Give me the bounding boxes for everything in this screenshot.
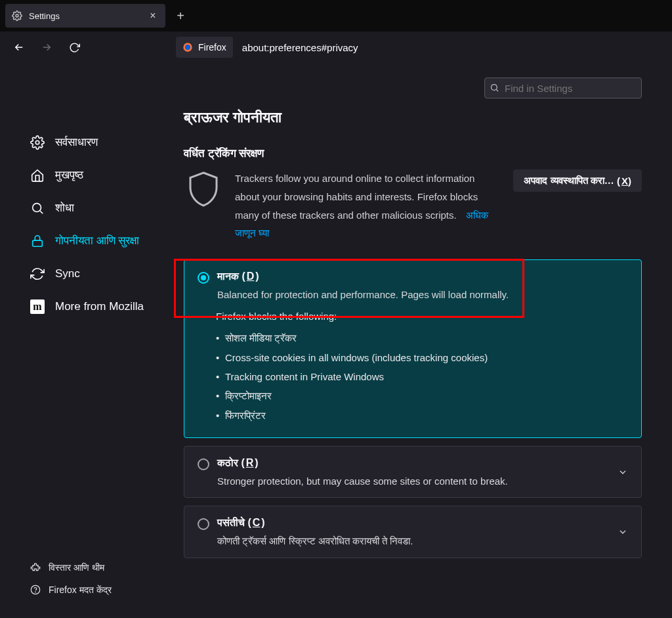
- nav-toolbar: Firefox about:preferences#privacy: [0, 32, 672, 63]
- category-label: सर्वसाधारण: [55, 136, 98, 149]
- protection-standard-panel: मानक (D) Balanced for protection and per…: [184, 259, 642, 438]
- close-tab-icon[interactable]: ×: [147, 10, 159, 22]
- preferences-content: सर्वसाधारण मुखपृष्ठ शोधा गोपनीयता आणि सु…: [0, 63, 672, 618]
- category-label: शोधा: [55, 202, 74, 215]
- svg-point-8: [35, 592, 36, 592]
- main-pane: ब्राऊजर गोपनीयता वर्धित ट्रॅकिंग संरक्षण…: [184, 63, 672, 618]
- category-label: मुखपृष्ठ: [55, 169, 83, 182]
- identity-chip[interactable]: Firefox: [176, 37, 233, 58]
- protection-standard-option[interactable]: मानक (D) Balanced for protection and per…: [184, 260, 641, 311]
- chevron-down-icon: [618, 527, 628, 537]
- firefox-icon: [182, 42, 193, 53]
- category-search[interactable]: शोधा: [30, 192, 184, 225]
- strict-title: कठोर (R): [217, 457, 610, 469]
- categories-sidebar: सर्वसाधारण मुखपृष्ठ शोधा गोपनीयता आणि सु…: [0, 63, 184, 618]
- support-label: Firefox मदत केंद्र: [49, 585, 112, 596]
- browser-tab[interactable]: Settings ×: [5, 4, 165, 28]
- chevron-down-icon: [618, 467, 628, 477]
- manage-exceptions-button[interactable]: अपवाद व्यवस्थापित करा… (X): [513, 169, 642, 192]
- section-heading: वर्धित ट्रॅकिंग संरक्षण: [184, 147, 642, 160]
- block-item: सोशल मीडिया ट्रॅकर: [216, 328, 628, 348]
- support-link[interactable]: Firefox मदत केंद्र: [30, 579, 184, 601]
- forward-button[interactable]: [35, 36, 58, 58]
- url-text[interactable]: about:preferences#privacy: [242, 42, 358, 53]
- shield-icon: [184, 169, 223, 209]
- block-item: Tracking content in Private Windows: [216, 367, 628, 386]
- category-label: Sync: [55, 267, 80, 280]
- help-icon: [30, 585, 41, 595]
- gear-icon: [30, 135, 45, 150]
- category-privacy[interactable]: गोपनीयता आणि सुरक्षा: [30, 225, 184, 257]
- radio-standard[interactable]: [198, 272, 209, 284]
- lock-icon: [30, 234, 45, 248]
- custom-desc: कोणती ट्रॅकर्स आणि स्क्रिप्ट अवरोधित करा…: [217, 535, 610, 547]
- svg-rect-6: [33, 240, 43, 246]
- category-sync[interactable]: Sync: [30, 257, 184, 290]
- page-title: ब्राऊजर गोपनीयता: [184, 109, 642, 126]
- svg-point-2: [185, 45, 190, 50]
- block-item: फिंगरप्रिंटर: [216, 406, 628, 426]
- svg-point-5: [33, 204, 41, 212]
- standard-title: मानक (D): [217, 271, 628, 282]
- block-item: क्रिप्टोमाइनर: [216, 386, 628, 406]
- reload-button[interactable]: [63, 36, 85, 58]
- radio-strict[interactable]: [198, 458, 209, 470]
- strict-desc: Stronger protection, but may cause some …: [217, 475, 610, 487]
- tab-title: Settings: [29, 11, 140, 21]
- new-tab-button[interactable]: +: [171, 9, 190, 24]
- identity-label: Firefox: [198, 42, 226, 53]
- home-icon: [30, 168, 45, 183]
- svg-point-7: [31, 585, 39, 594]
- radio-custom[interactable]: [198, 518, 209, 530]
- category-label: गोपनीयता आणि सुरक्षा: [55, 234, 139, 248]
- mozilla-icon: m: [30, 299, 45, 314]
- standard-desc: Balanced for protection and performance.…: [217, 289, 628, 300]
- category-home[interactable]: मुखपृष्ठ: [30, 159, 184, 192]
- svg-point-0: [16, 14, 18, 17]
- tab-strip: Settings × +: [0, 0, 672, 32]
- sync-icon: [30, 267, 45, 281]
- category-general[interactable]: सर्वसाधारण: [30, 126, 184, 159]
- standard-body: Firefox blocks the following: सोशल मीडिय…: [184, 311, 641, 437]
- protection-custom-panel: पसंतीचे (C) कोणती ट्रॅकर्स आणि स्क्रिप्ट…: [184, 506, 642, 558]
- custom-title: पसंतीचे (C): [217, 517, 610, 529]
- svg-point-4: [35, 141, 39, 144]
- blocks-heading: Firefox blocks the following:: [216, 311, 628, 322]
- puzzle-icon: [30, 562, 41, 573]
- addons-link[interactable]: विस्तार आणि थीम: [30, 556, 184, 579]
- category-more-mozilla[interactable]: m More from Mozilla: [30, 290, 184, 323]
- protection-strict-option[interactable]: कठोर (R) Stronger protection, but may ca…: [184, 447, 641, 497]
- protection-strict-panel: कठोर (R) Stronger protection, but may ca…: [184, 446, 642, 498]
- intro-text: Trackers follow you around online to col…: [235, 169, 501, 242]
- addons-label: विस्तार आणि थीम: [49, 562, 104, 573]
- gear-icon: [12, 11, 22, 21]
- protection-custom-option[interactable]: पसंतीचे (C) कोणती ट्रॅकर्स आणि स्क्रिप्ट…: [184, 506, 641, 558]
- search-icon: [30, 201, 45, 215]
- back-button[interactable]: [8, 36, 30, 58]
- category-label: More from Mozilla: [55, 300, 144, 313]
- block-item: Cross-site cookies in all windows (inclu…: [216, 348, 628, 367]
